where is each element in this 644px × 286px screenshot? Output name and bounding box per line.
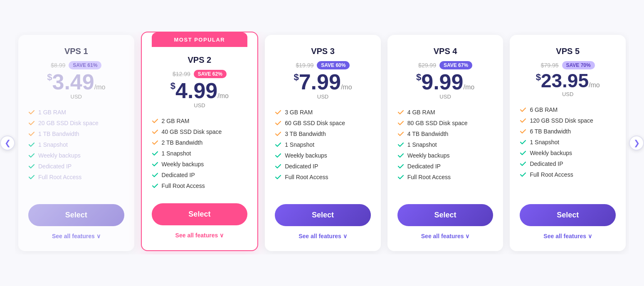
feature-text: 1 Snapshot <box>38 141 68 148</box>
check-icon <box>520 160 526 167</box>
old-price: $79.95 <box>541 62 559 69</box>
feature-text: 80 GB SSD Disk space <box>407 120 468 126</box>
feature-item: 1 Snapshot <box>520 139 616 145</box>
save-badge: SAVE 61% <box>69 61 101 69</box>
price-amount: 3.49 <box>52 70 94 94</box>
pricing-row: $29.99 SAVE 67% <box>397 61 493 69</box>
select-button[interactable]: Select <box>28 204 124 226</box>
check-icon <box>397 131 404 137</box>
feature-item: Dedicated IP <box>397 163 493 170</box>
feature-text: 4 GB RAM <box>407 109 435 116</box>
see-all-features[interactable]: See all features ∨ <box>28 233 124 239</box>
price-usd: USD <box>397 94 493 100</box>
feature-text: 120 GB SSD Disk space <box>530 117 593 124</box>
feature-text: Dedicated IP <box>285 163 318 170</box>
feature-text: 1 Snapshot <box>530 139 559 145</box>
plans-container: VPS 1 $8.99 SAVE 61% $3.49/mo USD 1 GB R… <box>15 32 629 254</box>
check-icon <box>520 139 526 145</box>
check-icon <box>152 128 158 135</box>
select-button[interactable]: Select <box>152 203 248 225</box>
price-amount: 23.95 <box>541 70 589 91</box>
feature-text: 60 GB SSD Disk space <box>285 120 345 126</box>
feature-text: Full Root Access <box>407 174 451 180</box>
price-mo: /mo <box>463 84 474 91</box>
feature-item: 1 Snapshot <box>152 150 248 157</box>
check-icon <box>28 174 35 180</box>
feature-text: 1 TB Bandwidth <box>38 131 79 137</box>
price-mo: /mo <box>341 84 352 91</box>
plan-card-vps3: VPS 3 $19.99 SAVE 60% $7.99/mo USD 3 GB … <box>265 35 381 251</box>
price-mo: /mo <box>589 81 600 89</box>
feature-item: Full Root Access <box>152 182 248 189</box>
check-icon <box>28 152 35 159</box>
select-button[interactable]: Select <box>397 204 493 226</box>
price-mo: /mo <box>217 92 229 99</box>
check-icon <box>397 163 404 170</box>
feature-text: Dedicated IP <box>530 160 563 167</box>
prev-arrow[interactable]: ❮ <box>0 136 15 150</box>
feature-text: Weekly backups <box>285 152 327 159</box>
save-badge: SAVE 60% <box>317 61 350 69</box>
feature-text: 1 Snapshot <box>407 141 437 148</box>
price-amount: 4.99 <box>175 79 217 103</box>
feature-text: 2 TB Bandwidth <box>162 139 203 146</box>
see-all-features[interactable]: See all features ∨ <box>152 232 248 239</box>
check-icon <box>152 172 158 178</box>
feature-item: 6 GB RAM <box>520 106 616 113</box>
see-all-features[interactable]: See all features ∨ <box>397 233 493 239</box>
feature-text: Weekly backups <box>38 152 81 159</box>
check-icon <box>152 182 158 189</box>
check-icon <box>275 174 281 180</box>
pricing-row: $12.99 SAVE 62% <box>152 70 248 78</box>
feature-item: Dedicated IP <box>275 163 371 170</box>
feature-text: Full Root Access <box>38 174 81 180</box>
check-icon <box>152 139 158 146</box>
check-icon <box>28 120 35 126</box>
feature-item: Full Root Access <box>28 174 124 180</box>
feature-text: Dedicated IP <box>407 163 441 170</box>
save-badge: SAVE 70% <box>562 61 595 69</box>
feature-item: 6 TB Bandwidth <box>520 128 616 135</box>
save-badge: SAVE 67% <box>439 61 472 69</box>
check-icon <box>520 106 526 113</box>
select-button[interactable]: Select <box>275 204 371 226</box>
feature-item: 4 GB RAM <box>397 109 493 116</box>
see-all-features[interactable]: See all features ∨ <box>275 233 371 239</box>
check-icon <box>28 131 35 137</box>
features-list: 1 GB RAM 20 GB SSD Disk space 1 TB Bandw… <box>28 109 124 194</box>
plan-name: VPS 2 <box>152 55 248 65</box>
feature-text: 20 GB SSD Disk space <box>38 120 99 126</box>
feature-item: Weekly backups <box>28 152 124 159</box>
feature-text: Weekly backups <box>162 161 204 168</box>
feature-text: 1 Snapshot <box>162 150 191 157</box>
check-icon <box>520 150 526 156</box>
feature-text: 6 TB Bandwidth <box>530 128 571 135</box>
next-arrow[interactable]: ❯ <box>629 136 644 150</box>
feature-item: 1 TB Bandwidth <box>28 131 124 137</box>
check-icon <box>397 109 404 116</box>
plan-card-vps4: VPS 4 $29.99 SAVE 67% $9.99/mo USD 4 GB … <box>387 35 503 251</box>
price-usd: USD <box>28 94 124 100</box>
feature-item: Dedicated IP <box>520 160 616 167</box>
plan-name: VPS 4 <box>397 47 493 56</box>
feature-item: 40 GB SSD Disk space <box>152 128 248 135</box>
feature-item: Dedicated IP <box>152 172 248 178</box>
feature-item: Weekly backups <box>397 152 493 159</box>
check-icon <box>520 117 526 124</box>
check-icon <box>152 150 158 157</box>
feature-text: 4 TB Bandwidth <box>407 131 449 137</box>
feature-text: 1 GB RAM <box>38 109 66 116</box>
feature-item: Weekly backups <box>520 150 616 156</box>
select-button[interactable]: Select <box>520 204 616 226</box>
price-usd: USD <box>520 91 616 97</box>
feature-text: Weekly backups <box>407 152 450 159</box>
feature-text: 3 TB Bandwidth <box>285 131 326 137</box>
current-price: $3.49/mo USD <box>28 71 124 100</box>
feature-item: 20 GB SSD Disk space <box>28 120 124 126</box>
plan-card-vps2: MOST POPULARVPS 2 $12.99 SAVE 62% $4.99/… <box>141 32 259 251</box>
popular-badge: MOST POPULAR <box>152 32 248 47</box>
check-icon <box>275 131 281 137</box>
see-all-features[interactable]: See all features ∨ <box>520 233 616 239</box>
feature-item: 1 Snapshot <box>28 141 124 148</box>
old-price: $29.99 <box>418 62 436 69</box>
